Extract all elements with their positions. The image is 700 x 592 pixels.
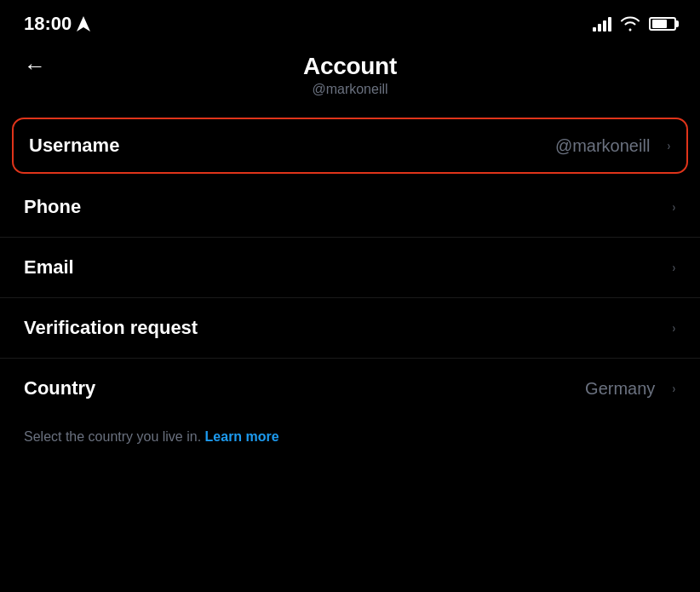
country-value: Germany — [585, 379, 655, 399]
verification-chevron: › — [673, 321, 675, 335]
signal-icon — [593, 16, 611, 32]
phone-row[interactable]: Phone › — [0, 177, 700, 238]
email-chevron: › — [673, 261, 675, 274]
footer-description: Select the country you live in. — [24, 429, 201, 444]
username-value: @markoneill — [555, 136, 650, 156]
wifi-icon — [620, 16, 640, 32]
header-username: @markoneill — [312, 82, 387, 97]
verification-label: Verification request — [24, 317, 198, 339]
username-chevron: › — [668, 139, 670, 152]
email-row[interactable]: Email › — [0, 238, 700, 298]
phone-chevron: › — [673, 200, 675, 214]
username-row[interactable]: Username @markoneill › — [12, 118, 688, 174]
page-header: ← Account @markoneill — [0, 44, 700, 114]
country-label: Country — [24, 377, 95, 399]
country-row[interactable]: Country Germany › — [0, 359, 700, 418]
time-display: 18:00 — [24, 13, 72, 35]
location-icon — [77, 16, 90, 32]
page-title: Account — [303, 53, 397, 80]
settings-list: Username @markoneill › Phone › Email › V… — [0, 118, 700, 418]
email-label: Email — [24, 256, 74, 279]
learn-more-link[interactable]: Learn more — [205, 429, 279, 444]
phone-label: Phone — [24, 196, 81, 218]
back-button[interactable]: ← — [24, 53, 46, 79]
status-bar: 18:00 — [0, 0, 700, 44]
verification-row[interactable]: Verification request › — [0, 298, 700, 359]
status-icons — [593, 16, 676, 32]
footer-text: Select the country you live in. Learn mo… — [0, 418, 700, 447]
battery-icon — [649, 17, 676, 31]
country-chevron: › — [673, 382, 675, 395]
status-time: 18:00 — [24, 13, 90, 35]
username-label: Username — [29, 135, 119, 157]
